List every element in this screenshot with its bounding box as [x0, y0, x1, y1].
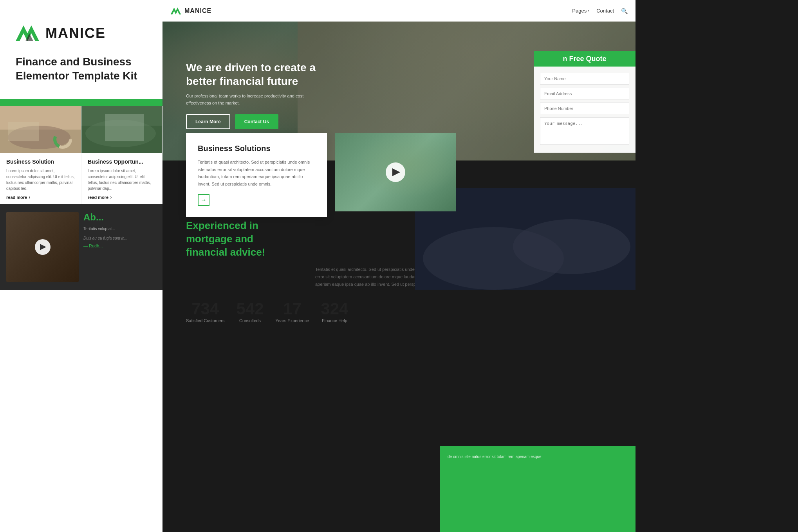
stats-line3: financial advice! — [186, 246, 265, 258]
read-more-link-2[interactable]: read more › — [88, 195, 156, 200]
read-more-arrow-2: › — [110, 195, 112, 200]
biz-solutions-arrow-btn[interactable]: → — [198, 194, 209, 206]
hero-content: We are driven to create a better financi… — [186, 61, 433, 129]
hero-title-line1: We are driven to create a — [186, 61, 316, 74]
hero-side-play-button[interactable] — [386, 162, 405, 182]
read-more-text-2: read more — [88, 195, 108, 200]
person-name: — Rudh... — [83, 243, 156, 248]
stats-line1: Experienced in — [186, 220, 258, 231]
second-nav-pages-label: Pages — [572, 8, 587, 14]
video-thumbnail[interactable] — [6, 212, 79, 282]
stat-label-1: Satisfied Customers — [186, 318, 224, 323]
quote-form-body — [534, 67, 636, 153]
quote-form-label-bar: n Free Quote — [534, 51, 636, 67]
quote-text: Duis au eu fugia sunt in... — [83, 235, 156, 241]
read-more-link-1[interactable]: read more › — [6, 195, 75, 200]
card-title-1: Business Solution — [6, 159, 75, 165]
card-image-2 — [81, 106, 162, 153]
cards-row: Business Solution Lorem ipsum dolor sit … — [0, 106, 162, 204]
card-item-1: Business Solution Lorem ipsum dolor sit … — [0, 106, 81, 204]
bottom-green-section: de omnis iste natus error sit totam rem … — [440, 446, 636, 532]
second-nav-pages[interactable]: Pages ▾ — [572, 8, 589, 14]
stat-item-1: 734 Satisfied Customers — [186, 299, 224, 323]
brand-logo-text: MANICE — [45, 25, 106, 41]
hero-play-icon — [392, 168, 400, 176]
second-nav-contact[interactable]: Contact — [596, 8, 614, 14]
second-search-icon[interactable]: 🔍 — [621, 8, 628, 14]
quote-phone-input[interactable] — [540, 103, 629, 114]
left-panel-top: MANICE Finance and Business Elementor Te… — [0, 0, 162, 99]
svg-rect-11 — [105, 114, 144, 141]
play-button[interactable] — [35, 239, 51, 255]
card-image-1 — [0, 106, 81, 153]
card-content-1: Business Solution Lorem ipsum dolor sit … — [0, 153, 81, 204]
svg-marker-12 — [171, 7, 181, 14]
brand-tagline: Finance and Business Elementor Template … — [16, 55, 147, 83]
about-label: Ab... — [83, 212, 156, 223]
dark-text-column: Ab... Teritatis voluptat... Duis au eu f… — [83, 212, 156, 282]
quote-name-input[interactable] — [540, 73, 629, 85]
bottom-green-text: de omnis iste natus error sit totam rem … — [440, 446, 636, 468]
green-divider — [0, 99, 162, 106]
biz-solutions-text: Teritatis et quasi architecto. Sed ut pe… — [198, 159, 315, 188]
quote-label-text: n Free Quote — [563, 55, 606, 63]
nav-logo: MANICE — [170, 7, 211, 15]
nav-logo-icon — [170, 7, 181, 15]
dark-section: Ab... Teritatis voluptat... Duis au eu f… — [0, 204, 162, 290]
brand-logo-area: MANICE — [16, 23, 147, 43]
read-more-arrow-1: › — [29, 195, 30, 200]
second-navbar: Pages ▾ Contact 🔍 — [298, 0, 636, 22]
card-desc-2: Lorem ipsum dolor sit amet, consectetur … — [88, 168, 156, 191]
second-nav-contact-label: Contact — [596, 8, 614, 14]
quote-message-textarea[interactable] — [540, 117, 629, 145]
stat-item-2: 542 Consulteds — [236, 299, 264, 323]
dark-body-text: Teritatis voluptat... — [83, 226, 156, 232]
stat-number-1: 734 — [186, 299, 224, 318]
card-desc-1: Lorem ipsum dolor sit amet, consectetur … — [6, 168, 75, 191]
card-item-2: Business Opportun... Lorem ipsum dolor s… — [81, 106, 162, 204]
play-icon — [40, 244, 46, 250]
card-content-2: Business Opportun... Lorem ipsum dolor s… — [81, 153, 162, 204]
read-more-text-1: read more — [6, 195, 27, 200]
tagline-line1: Finance and Business — [16, 56, 132, 68]
stats-line2: mortgage and — [186, 233, 253, 245]
stat-label-2: Consulteds — [236, 318, 264, 323]
card-img-svg-2 — [81, 106, 162, 153]
svg-rect-5 — [8, 122, 39, 141]
tagline-line2: Elementor Template Kit — [16, 70, 137, 82]
contact-us-button[interactable]: Contact Us — [235, 114, 278, 129]
stats-left — [186, 266, 303, 288]
biz-solutions-title: Business Solutions — [198, 144, 315, 153]
hero-title: We are driven to create a better financi… — [186, 61, 433, 88]
hero-buttons: Learn More Contact Us — [186, 114, 433, 129]
nav-logo-text: MANICE — [184, 7, 211, 14]
hero-title-line2: better financial future — [186, 75, 298, 87]
svg-point-15 — [513, 219, 630, 274]
quote-body: Duis au eu fugia sunt in... — [83, 236, 128, 240]
biz-solutions-card: Business Solutions Teritatis et quasi ar… — [186, 133, 327, 217]
card-title-2: Business Opportun... — [88, 159, 156, 165]
hero-side-image — [335, 133, 456, 211]
left-panel: MANICE Finance and Business Elementor Te… — [0, 0, 162, 532]
learn-more-button[interactable]: Learn More — [186, 114, 230, 129]
card-img-svg-1 — [0, 106, 81, 153]
quote-email-input[interactable] — [540, 88, 629, 99]
hero-subtitle: Our professional team works to increase … — [186, 93, 311, 106]
stat-number-2: 542 — [236, 299, 264, 318]
second-nav-pages-arrow: ▾ — [588, 9, 589, 13]
brand-logo-icon — [16, 23, 39, 43]
